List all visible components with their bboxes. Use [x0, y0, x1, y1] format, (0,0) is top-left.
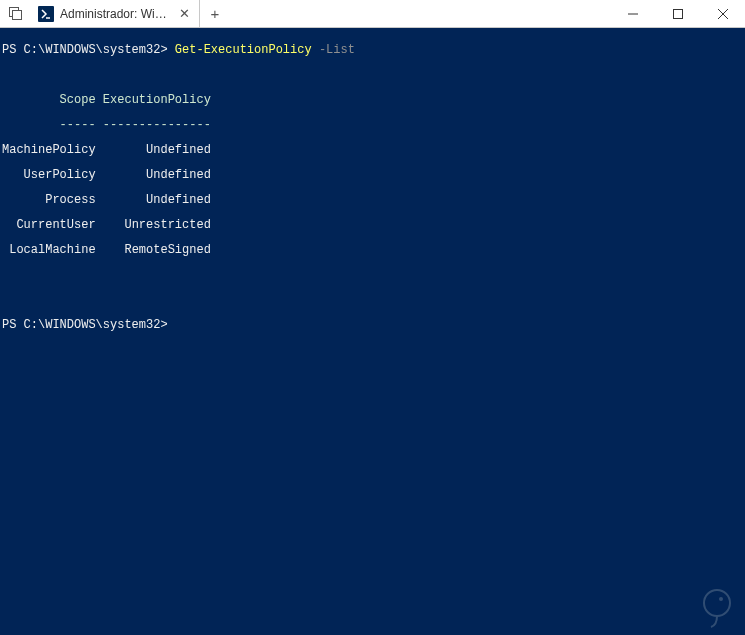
terminal-output[interactable]: PS C:\WINDOWS\system32> Get-ExecutionPol…	[0, 28, 745, 635]
table-row: MachinePolicy Undefined	[2, 144, 743, 157]
table-row: UserPolicy Undefined	[2, 169, 743, 182]
window-controls	[610, 0, 745, 27]
table-row: CurrentUser Unrestricted	[2, 219, 743, 232]
new-tab-button[interactable]: +	[200, 0, 230, 27]
maximize-button[interactable]	[655, 0, 700, 27]
col-scope-div: -----	[2, 118, 96, 132]
titlebar-drag-region[interactable]	[230, 0, 610, 27]
command: Get-ExecutionPolicy	[175, 43, 312, 57]
cell-scope: CurrentUser	[2, 218, 96, 232]
prompt-line: PS C:\WINDOWS\system32> Get-ExecutionPol…	[2, 44, 743, 57]
cell-policy: Undefined	[103, 143, 211, 157]
cell-scope: UserPolicy	[2, 168, 96, 182]
close-window-button[interactable]	[700, 0, 745, 27]
cell-scope: LocalMachine	[2, 243, 96, 257]
cell-scope: Process	[2, 193, 96, 207]
cell-policy: Undefined	[103, 168, 211, 182]
tab-actions-button[interactable]	[0, 0, 30, 27]
cell-scope: MachinePolicy	[2, 143, 96, 157]
table-row: LocalMachine RemoteSigned	[2, 244, 743, 257]
blank-line	[2, 294, 743, 307]
table-header: Scope ExecutionPolicy	[2, 94, 743, 107]
svg-rect-4	[673, 9, 682, 18]
watermark-icon	[695, 585, 739, 629]
svg-point-8	[719, 597, 723, 601]
prompt-line: PS C:\WINDOWS\system32>	[2, 319, 743, 332]
powershell-icon	[38, 6, 54, 22]
minimize-button[interactable]	[610, 0, 655, 27]
svg-rect-1	[12, 11, 21, 20]
prompt: PS C:\WINDOWS\system32>	[2, 318, 168, 332]
blank-line	[2, 69, 743, 82]
cell-policy: RemoteSigned	[103, 243, 211, 257]
col-scope: Scope	[2, 93, 96, 107]
cell-policy: Undefined	[103, 193, 211, 207]
tab-title: Administrador: Window	[60, 7, 171, 21]
titlebar: Administrador: Window ✕ +	[0, 0, 745, 28]
table-row: Process Undefined	[2, 194, 743, 207]
prompt: PS C:\WINDOWS\system32>	[2, 43, 168, 57]
svg-point-7	[704, 590, 730, 616]
tab-powershell[interactable]: Administrador: Window ✕	[30, 0, 200, 27]
command-argument: -List	[319, 43, 355, 57]
blank-line	[2, 269, 743, 282]
table-divider: ----- ---------------	[2, 119, 743, 132]
close-tab-button[interactable]: ✕	[177, 7, 191, 20]
col-policy-div: ---------------	[103, 118, 211, 132]
cell-policy: Unrestricted	[103, 218, 211, 232]
col-policy: ExecutionPolicy	[103, 93, 211, 107]
